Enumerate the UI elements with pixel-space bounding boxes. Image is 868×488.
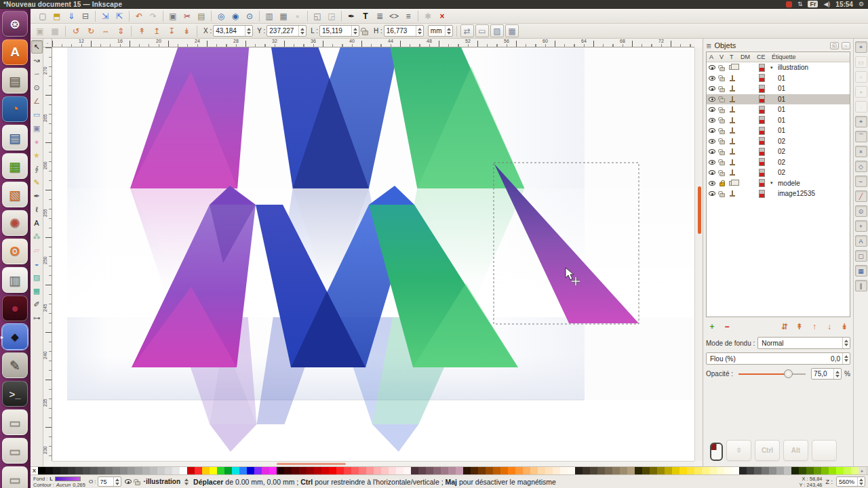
layer-label[interactable]: 01 [778, 117, 785, 124]
highlight-color-swatch[interactable] [759, 85, 765, 93]
lock-icon[interactable] [719, 130, 725, 134]
layer-row-modele[interactable]: ▾modele [707, 178, 850, 189]
dimension-lock-icon[interactable] [362, 30, 368, 35]
layer-row-01[interactable]: 01 [707, 94, 850, 105]
command-layers-dialog[interactable]: ≣ [373, 9, 387, 22]
palette-swatch-87[interactable] [687, 467, 694, 474]
layer-label[interactable]: 02 [778, 169, 785, 176]
palette-swatch-31[interactable] [269, 467, 277, 474]
tool-option-raise-to-top[interactable]: ↟ [135, 24, 149, 37]
tool-eraser-tool[interactable]: ▱ [31, 243, 43, 257]
objects-lower-button[interactable]: ↓ [823, 321, 835, 333]
command-export[interactable]: ⇱ [113, 9, 126, 22]
palette-swatch-82[interactable] [650, 467, 657, 474]
lock-icon[interactable] [719, 140, 725, 144]
palette-swatch-33[interactable] [284, 467, 292, 474]
palette-swatch-61[interactable] [493, 467, 500, 474]
snap-snap-bbox-button[interactable]: ▭ [855, 56, 867, 68]
palette-swatch-49[interactable] [403, 467, 411, 474]
field-x-input[interactable]: 43,184 [213, 25, 253, 37]
palette-swatch-44[interactable] [366, 467, 374, 474]
palette-swatch-75[interactable] [597, 467, 605, 474]
tool-spray-tool[interactable]: ⁂ [31, 230, 43, 243]
palette-swatch-27[interactable] [239, 467, 247, 474]
column-header-ce[interactable]: CE [754, 54, 769, 60]
palette-swatch-48[interactable] [396, 467, 403, 474]
palette-swatch-76[interactable] [605, 467, 612, 474]
palette-swatch-21[interactable] [195, 467, 202, 474]
palette-swatch-56[interactable] [456, 467, 463, 474]
layer-label[interactable]: 01 [778, 106, 785, 113]
palette-swatch-89[interactable] [702, 467, 709, 474]
palette-swatch-97[interactable] [762, 467, 769, 474]
fill-stroke-indicator[interactable]: Fond : L Contour : Aucun 0,265 [33, 476, 85, 488]
palette-swatch-106[interactable] [829, 467, 836, 474]
ruler-corner[interactable]: ▫ [43, 39, 52, 47]
tool-box3d-tool[interactable]: ▣ [31, 121, 43, 135]
palette-swatch-108[interactable] [844, 467, 851, 474]
tool-option-lower[interactable]: ↧ [165, 24, 178, 37]
palette-swatch-95[interactable] [747, 467, 754, 474]
lock-icon[interactable] [719, 67, 725, 71]
palette-swatch-4[interactable] [68, 467, 75, 474]
command-open-document[interactable]: ⬒ [50, 9, 64, 22]
visibility-eye-icon[interactable] [709, 128, 715, 133]
object-opacity-spinbox[interactable]: 75 [98, 476, 121, 487]
palette-swatch-77[interactable] [612, 467, 620, 474]
lock-icon[interactable] [719, 109, 725, 113]
panel-close-button[interactable]: ▫ [842, 42, 850, 49]
command-text-dialog[interactable]: T [359, 9, 372, 22]
dock-item-dash-home[interactable]: ⊛ [2, 11, 28, 37]
palette-swatch-19[interactable] [180, 467, 187, 474]
palette-swatch-23[interactable] [210, 467, 217, 474]
blur-slider[interactable]: Flou (%) 0,0 [706, 352, 850, 365]
column-header-dm[interactable]: DM [738, 54, 754, 60]
tool-option-rotate-cw[interactable]: ↻ [84, 24, 98, 37]
palette-swatch-34[interactable] [292, 467, 299, 474]
dock-item-ubuntu-software-center[interactable]: A [2, 39, 28, 65]
palette-swatch-109[interactable] [851, 467, 859, 474]
visibility-eye-icon[interactable] [709, 107, 715, 112]
visibility-eye-icon[interactable] [709, 97, 715, 102]
highlight-color-swatch[interactable] [759, 148, 765, 156]
blur-spinner[interactable] [842, 353, 850, 364]
fill-swatch[interactable] [55, 476, 81, 481]
palette-swatch-35[interactable] [299, 467, 307, 474]
palette-swatch-88[interactable] [694, 467, 702, 474]
palette-swatch-92[interactable] [724, 467, 732, 474]
network-icon[interactable]: ⇅ [797, 1, 803, 7]
palette-swatch-68[interactable] [545, 467, 553, 474]
field-l-spinner[interactable] [351, 26, 359, 36]
dock-item-libreoffice-impress[interactable]: ▧ [2, 182, 28, 207]
palette-swatch-46[interactable] [381, 467, 389, 474]
visibility-eye-icon[interactable] [709, 139, 715, 144]
layer-label[interactable]: 01 [778, 127, 785, 134]
palette-swatch-93[interactable] [732, 467, 739, 474]
highlight-color-swatch[interactable] [759, 158, 765, 166]
layer-row-02[interactable]: 02 [707, 136, 850, 147]
palette-swatch-90[interactable] [709, 467, 717, 474]
command-paste[interactable]: ▤ [195, 9, 208, 22]
palette-swatch-86[interactable] [679, 467, 687, 474]
palette-swatch-107[interactable] [836, 467, 844, 474]
palette-swatch-80[interactable] [635, 467, 642, 474]
palette-scroll-arrow[interactable]: ▸ [859, 467, 866, 474]
command-zoom-page[interactable]: ⊙ [243, 9, 256, 22]
lock-icon[interactable] [719, 182, 725, 186]
layer-row-image12535[interactable]: image12535 [707, 188, 850, 199]
snap-snap-object-centers-button[interactable]: ⊙ [855, 205, 867, 217]
field-h-spinner[interactable] [416, 26, 423, 36]
expander-icon[interactable]: ▾ [770, 65, 776, 70]
visibility-eye-icon[interactable] [709, 149, 715, 154]
palette-swatch-105[interactable] [821, 467, 829, 474]
palette-swatch-58[interactable] [471, 467, 478, 474]
palette-swatch-7[interactable] [90, 467, 98, 474]
tool-spiral-tool[interactable]: ∮ [31, 162, 43, 176]
dock-item-disk-drive-2[interactable]: ▭ [2, 438, 28, 464]
expander-icon[interactable]: ▾ [770, 180, 776, 186]
toggle-affect-move[interactable]: ⇄ [460, 24, 474, 37]
unit-select[interactable]: mm [428, 25, 453, 37]
objects-raise-button[interactable]: ↑ [808, 321, 821, 333]
toggle-affect-gradient[interactable]: ▨ [490, 24, 504, 37]
layer-lock-icon[interactable] [135, 481, 140, 485]
